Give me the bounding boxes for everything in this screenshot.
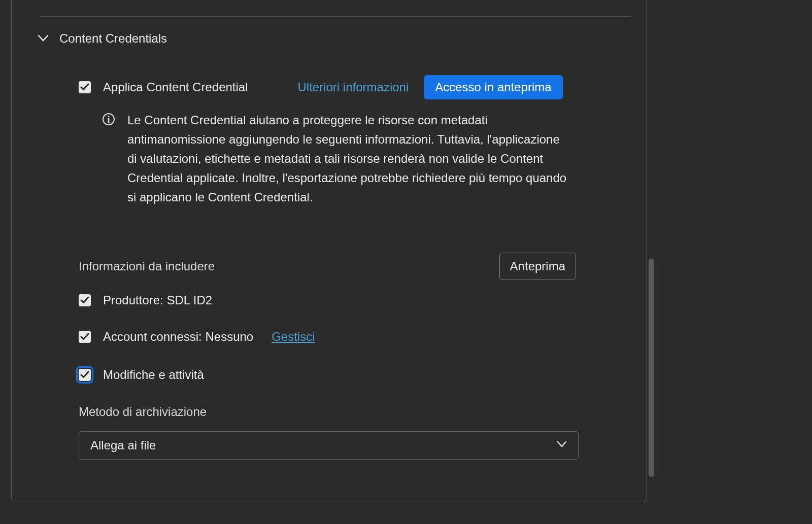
edits-label: Modifiche e attività: [103, 368, 204, 382]
section-header[interactable]: Content Credentials: [38, 31, 167, 46]
chevron-down-icon: [557, 441, 567, 450]
edits-checkbox[interactable]: [79, 369, 91, 381]
storage-method-value: Allega ai file: [90, 438, 156, 452]
scrollbar[interactable]: [649, 0, 654, 502]
learn-more-link[interactable]: Ulteriori informazioni: [298, 80, 409, 94]
apply-checkbox[interactable]: [79, 81, 91, 93]
svg-rect-2: [108, 118, 110, 123]
info-icon: [102, 113, 115, 128]
preview-access-badge: Accesso in anteprima: [424, 75, 562, 99]
storage-method-dropdown[interactable]: Allega ai file: [79, 431, 579, 460]
producer-label: Produttore: SDL ID2: [103, 293, 212, 307]
edits-row: Modifiche e attività: [79, 366, 204, 383]
info-text: Le Content Credential aiutano a protegge…: [127, 111, 569, 207]
storage-method-label: Metodo di archiviazione: [79, 405, 207, 419]
producer-checkbox[interactable]: [79, 294, 91, 306]
scrollbar-thumb[interactable]: [649, 259, 654, 477]
include-header-row: Informazioni da includere Anteprima: [79, 253, 576, 280]
accounts-label: Account connessi: Nessuno: [103, 330, 253, 344]
accounts-checkbox[interactable]: [79, 331, 91, 343]
manage-accounts-link[interactable]: Gestisci: [272, 330, 315, 344]
info-row: Le Content Credential aiutano a protegge…: [102, 111, 569, 207]
producer-row: Produttore: SDL ID2: [79, 293, 212, 307]
preview-button[interactable]: Anteprima: [499, 253, 576, 280]
accounts-row: Account connessi: Nessuno Gestisci: [79, 330, 315, 344]
section-title: Content Credentials: [59, 31, 167, 46]
apply-label: Applica Content Credential: [103, 80, 248, 94]
apply-row: Applica Content Credential Ulteriori inf…: [79, 75, 563, 99]
divider: [40, 16, 631, 17]
edits-checkbox-focus-ring: [76, 366, 93, 383]
content-credentials-panel: Content Credentials Applica Content Cred…: [11, 0, 647, 502]
svg-point-1: [108, 116, 109, 117]
include-heading: Informazioni da includere: [79, 259, 215, 273]
chevron-down-icon: [38, 35, 48, 42]
